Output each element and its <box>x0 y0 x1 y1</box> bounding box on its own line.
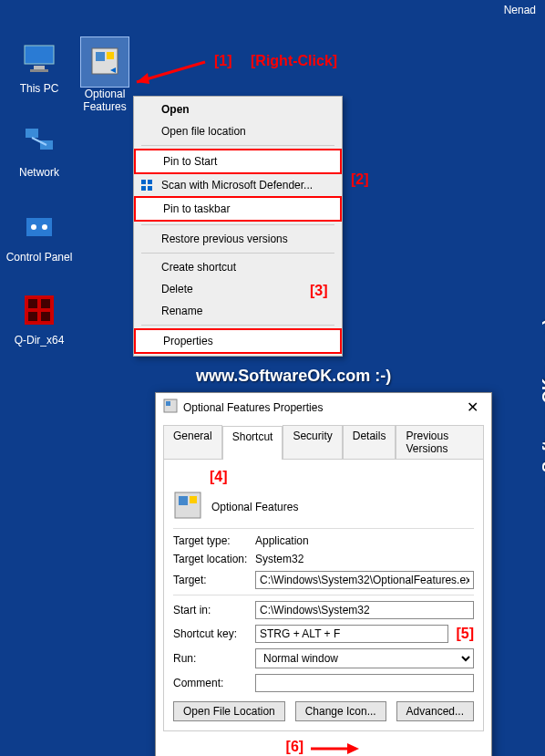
header-name: Optional Features <box>211 501 298 513</box>
separator <box>141 224 334 225</box>
svg-rect-2 <box>30 69 48 72</box>
tab-details[interactable]: Details <box>343 425 396 459</box>
tab-body: [4] Optional Features Target type:Applic… <box>163 459 484 731</box>
svg-marker-29 <box>347 743 359 754</box>
annotation-1-label: [Right-Click] <box>251 53 337 69</box>
menu-label: Scan with Microsoft Defender... <box>161 179 313 192</box>
user-label: Nenad <box>504 4 536 16</box>
window-icon <box>163 399 178 416</box>
control-panel-icon <box>17 205 61 249</box>
annotation-6: [6] <box>286 739 304 754</box>
watermark: www.SoftwareOK.com :-) <box>196 367 391 386</box>
svg-rect-4 <box>96 52 105 61</box>
icon-label: This PC <box>5 82 73 95</box>
icon-label: Optional Features <box>71 88 139 113</box>
context-menu: Open Open file location Pin to Start Sca… <box>133 96 343 357</box>
svg-rect-18 <box>148 180 152 184</box>
computer-icon <box>17 36 61 80</box>
svg-rect-13 <box>28 299 37 308</box>
svg-rect-5 <box>107 52 114 59</box>
tab-previous-versions[interactable]: Previous Versions <box>396 425 484 459</box>
desktop-icon-network[interactable]: Network <box>5 120 73 179</box>
tab-bar: General Shortcut Security Details Previo… <box>156 421 491 459</box>
watermark-side: www.SoftwareOK.com :-) <box>540 319 545 514</box>
arrow-icon <box>306 740 361 756</box>
annotation-3: [3] <box>310 283 328 299</box>
run-label: Run: <box>173 652 255 665</box>
target-location-value: System32 <box>255 553 303 565</box>
icon-label: Control Panel <box>5 251 73 264</box>
titlebar[interactable]: Optional Features Properties ✕ <box>156 393 491 421</box>
menu-item-pin-to-start[interactable]: Pin to Start <box>134 149 342 174</box>
desktop-icon-control-panel[interactable]: Control Panel <box>5 205 73 264</box>
separator <box>141 325 334 326</box>
comment-label: Comment: <box>173 677 255 689</box>
svg-point-10 <box>31 224 36 230</box>
start-in-input[interactable] <box>255 601 474 619</box>
start-in-label: Start in: <box>173 604 255 616</box>
app-icon <box>173 491 202 523</box>
menu-item-restore-previous[interactable]: Restore previous versions <box>134 228 342 250</box>
target-type-label: Target type: <box>173 534 255 547</box>
svg-rect-27 <box>190 496 197 503</box>
close-icon[interactable]: ✕ <box>461 399 484 416</box>
advanced-button[interactable]: Advanced... <box>396 701 474 721</box>
svg-rect-1 <box>34 66 45 69</box>
svg-rect-24 <box>166 401 170 406</box>
shield-icon <box>139 178 154 195</box>
tab-shortcut[interactable]: Shortcut <box>222 426 283 460</box>
svg-point-11 <box>42 224 47 230</box>
annotation-5: [5] <box>456 626 474 642</box>
desktop-icon-qdir[interactable]: Q-Dir_x64 <box>5 288 73 347</box>
network-icon <box>17 120 61 164</box>
svg-marker-22 <box>137 73 149 84</box>
svg-rect-9 <box>26 218 52 236</box>
target-type-value: Application <box>255 534 309 547</box>
svg-rect-6 <box>26 129 38 138</box>
target-input[interactable] <box>255 571 474 589</box>
annotation-4: [4] <box>210 469 228 485</box>
svg-rect-20 <box>148 186 152 191</box>
svg-rect-15 <box>28 312 37 321</box>
menu-item-properties[interactable]: Properties <box>134 328 342 354</box>
svg-rect-14 <box>41 299 50 308</box>
svg-rect-17 <box>141 180 146 184</box>
menu-item-rename[interactable]: Rename <box>134 300 342 322</box>
arrow-icon <box>128 55 210 91</box>
svg-rect-16 <box>41 312 50 321</box>
menu-item-pin-to-taskbar[interactable]: Pin to taskbar <box>134 196 342 222</box>
open-file-location-button[interactable]: Open File Location <box>173 701 285 721</box>
change-icon-button[interactable]: Change Icon... <box>295 701 386 721</box>
menu-item-create-shortcut[interactable]: Create shortcut <box>134 256 342 278</box>
qdir-icon <box>17 288 61 332</box>
menu-item-open-file-location[interactable]: Open file location <box>134 120 342 142</box>
annotation-1: [1] <box>214 53 232 69</box>
tab-general[interactable]: General <box>163 425 222 459</box>
separator <box>141 145 334 146</box>
separator <box>141 253 334 254</box>
desktop: Nenad This PC Optional Features Network … <box>0 0 545 756</box>
dialog-title: Optional Features Properties <box>183 401 323 414</box>
properties-dialog: Optional Features Properties ✕ General S… <box>155 392 492 756</box>
annotation-2: [2] <box>351 171 369 188</box>
svg-rect-26 <box>179 496 188 505</box>
comment-input[interactable] <box>255 674 474 692</box>
svg-rect-19 <box>141 186 146 191</box>
icon-label: Network <box>5 166 73 179</box>
menu-item-open[interactable]: Open <box>134 98 342 120</box>
optional-features-icon <box>83 39 127 83</box>
shortcut-key-input[interactable] <box>255 625 448 643</box>
shortcut-key-label: Shortcut key: <box>173 627 255 640</box>
target-label: Target: <box>173 574 255 586</box>
desktop-icon-this-pc[interactable]: This PC <box>5 36 73 95</box>
tab-security[interactable]: Security <box>283 425 342 459</box>
run-select[interactable]: Normal window <box>255 648 474 668</box>
svg-rect-0 <box>25 46 54 64</box>
menu-item-scan-defender[interactable]: Scan with Microsoft Defender... <box>134 174 342 196</box>
icon-label: Q-Dir_x64 <box>5 334 73 347</box>
target-location-label: Target location: <box>173 553 255 565</box>
